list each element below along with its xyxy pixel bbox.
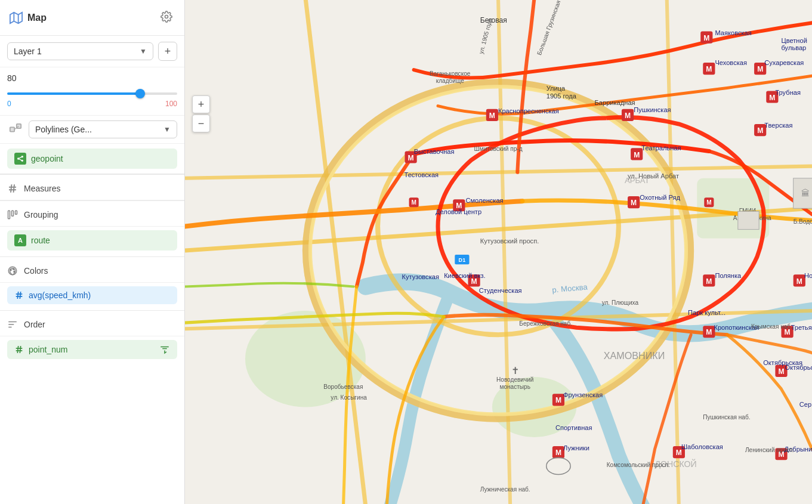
geopoint-chip-row: geopoint [0,144,184,174]
order-title: Order [24,320,45,329]
svg-text:Студенческая: Студенческая [479,287,522,294]
svg-line-33 [17,346,18,353]
svg-text:Тверская: Тверская [764,122,792,129]
layer-name: Layer 1 [14,47,42,56]
svg-rect-180 [738,211,759,229]
svg-text:Чеховская: Чеховская [715,59,747,66]
svg-text:Лужническая наб.: Лужническая наб. [480,486,530,493]
hash-icon [7,183,18,194]
svg-text:Охотный Ряд: Охотный Ряд [640,194,680,201]
svg-text:Третьяковская: Третьяковская [791,324,812,331]
geopoint-chip[interactable]: geopoint [7,149,177,169]
hash-green-icon [14,345,24,354]
svg-text:Цветной: Цветной [782,37,807,44]
panel-header-left: Map [10,11,47,24]
route-chip[interactable]: A route [7,230,177,251]
svg-text:бульвар: бульвар [782,44,807,51]
svg-text:Крымская наб.: Крымская наб. [751,323,792,330]
svg-text:D1: D1 [459,257,466,263]
svg-text:кладбище: кладбище [436,78,464,84]
svg-text:М: М [757,65,763,73]
grouping-title: Grouping [24,210,58,219]
svg-text:🏛: 🏛 [801,188,810,198]
zoom-out-button[interactable]: − [192,115,210,132]
svg-rect-4 [10,127,14,131]
opacity-slider[interactable] [7,92,177,95]
svg-rect-18 [12,211,14,216]
svg-text:М: М [634,150,640,159]
slider-max: 100 [165,100,177,108]
svg-text:Улица: Улица [547,85,566,92]
zoom-in-button[interactable]: + [192,95,210,113]
svg-line-16 [14,184,15,193]
colors-field: avg(speed_kmh) [29,290,91,300]
svg-text:Новокузнецкая: Новокузнецкая [804,272,812,279]
opacity-slider-container [7,86,177,97]
svg-text:Маяковская: Маяковская [715,29,751,36]
add-layer-button[interactable]: + [158,42,177,61]
svg-text:М: М [796,277,802,286]
svg-text:Комсомольский просп.: Комсомольский просп. [607,462,670,468]
order-chip[interactable]: point_num [7,340,177,359]
svg-text:ул. Плющиха: ул. Плющиха [602,299,639,306]
svg-text:Парк культ...: Парк культ... [688,309,725,316]
svg-text:Спортивная: Спортивная [555,424,592,431]
svg-text:Кутузовская: Кутузовская [402,273,439,280]
colors-title: Colors [24,266,48,276]
svg-text:М: М [706,277,712,286]
hash-blue-icon [14,290,24,300]
svg-marker-0 [10,12,22,23]
svg-text:Шаболовская: Шаболовская [681,443,723,450]
svg-text:ул. Новый Арбат: ул. Новый Арбат [628,172,679,180]
layer-row: Layer 1 ▼ + [0,36,184,67]
svg-rect-7 [14,153,26,165]
opacity-section: 80 0 100 [0,67,184,116]
map-zoom-controls: + − [192,95,210,132]
svg-text:Трубная: Трубная [775,89,801,96]
svg-text:М: М [757,126,763,135]
map-area[interactable]: М М М М М М М М [185,0,812,504]
panel-header: Map [0,0,184,36]
colors-chip[interactable]: avg(speed_kmh) [7,286,177,304]
slider-min: 0 [7,100,11,108]
svg-line-34 [20,346,20,353]
svg-text:Октябрьская: Октябрьская [763,359,802,366]
measures-title: Measures [24,184,60,193]
svg-text:Ваганьковское: Ваганьковское [430,70,471,77]
svg-text:Новодевичий: Новодевичий [496,376,534,383]
geometry-select[interactable]: Polylines (Ge... ▼ [29,120,177,138]
svg-rect-17 [8,211,10,219]
order-chip-left: point_num [14,345,67,354]
order-icon [7,319,18,330]
panel-title: Map [27,13,47,23]
svg-text:ул. Косыгина: ул. Косыгина [331,394,367,401]
svg-text:М: М [408,154,414,162]
svg-text:М: М [555,396,561,404]
svg-text:Бережковская наб.: Бережковская наб. [519,320,572,327]
geopoint-icon [14,153,26,165]
minus-icon: − [198,118,205,130]
slider-labels: 0 100 [7,100,177,108]
svg-text:М: М [411,199,416,206]
grouping-section-header: Grouping [0,201,184,227]
svg-rect-19 [16,211,17,214]
svg-text:✝: ✝ [511,365,519,376]
svg-text:Кутузовский просп.: Кутузовский просп. [480,237,539,245]
svg-text:М: М [769,94,775,102]
grouping-icon [7,209,18,220]
layer-select[interactable]: Layer 1 ▼ [7,42,153,60]
svg-text:Краснопресненская: Краснопресненская [498,107,559,115]
svg-text:монастырь: монастырь [500,384,530,390]
svg-text:Фрунзенская: Фрунзенская [563,391,603,398]
add-icon: + [165,45,171,58]
plus-icon: + [198,98,205,111]
svg-text:Беговая: Беговая [480,16,507,24]
map-icon [10,11,23,24]
svg-text:Баррикадная: Баррикадная [595,99,635,106]
svg-text:Пушкинская: Пушкинская [634,106,671,113]
gear-button[interactable] [158,8,175,27]
svg-text:Смоленская: Смоленская [465,197,503,204]
svg-line-15 [11,184,12,193]
svg-text:Выставочная: Выставочная [414,148,455,155]
svg-text:М: М [489,112,495,120]
